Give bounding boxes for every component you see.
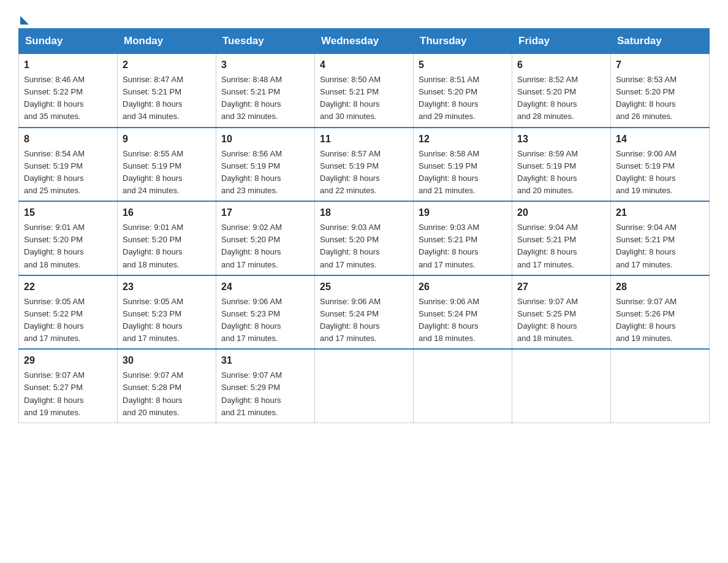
day-info: Sunrise: 9:04 AMSunset: 5:21 PMDaylight:… [517,221,605,271]
day-number: 20 [517,205,605,220]
day-number: 21 [616,205,704,220]
weekday-header-tuesday: Tuesday [216,29,315,54]
day-number: 14 [616,132,704,147]
calendar-cell: 11Sunrise: 8:57 AMSunset: 5:19 PMDayligh… [315,128,414,202]
calendar-cell: 9Sunrise: 8:55 AMSunset: 5:19 PMDaylight… [118,128,216,202]
week-row-3: 15Sunrise: 9:01 AMSunset: 5:20 PMDayligh… [19,201,710,275]
day-number: 1 [24,58,112,72]
calendar-cell: 5Sunrise: 8:51 AMSunset: 5:20 PMDaylight… [414,54,512,128]
weekday-header-friday: Friday [512,29,611,54]
day-info: Sunrise: 8:56 AMSunset: 5:19 PMDaylight:… [221,148,309,197]
day-number: 10 [221,132,309,147]
calendar-cell: 4Sunrise: 8:50 AMSunset: 5:21 PMDaylight… [315,54,414,128]
page-header [18,12,710,22]
day-info: Sunrise: 9:00 AMSunset: 5:19 PMDaylight:… [616,148,704,197]
calendar-cell: 1Sunrise: 8:46 AMSunset: 5:22 PMDaylight… [19,54,118,128]
weekday-header-wednesday: Wednesday [315,29,414,54]
weekday-header-row: SundayMondayTuesdayWednesdayThursdayFrid… [19,29,710,54]
day-number: 12 [419,132,507,147]
day-info: Sunrise: 8:46 AMSunset: 5:22 PMDaylight:… [24,74,112,123]
day-info: Sunrise: 9:01 AMSunset: 5:20 PMDaylight:… [24,221,112,271]
day-info: Sunrise: 9:06 AMSunset: 5:23 PMDaylight:… [221,296,309,345]
day-info: Sunrise: 9:07 AMSunset: 5:27 PMDaylight:… [24,369,112,419]
day-number: 30 [123,353,211,368]
day-info: Sunrise: 9:04 AMSunset: 5:21 PMDaylight:… [616,221,704,271]
day-number: 16 [123,205,211,220]
calendar-cell: 6Sunrise: 8:52 AMSunset: 5:20 PMDaylight… [512,54,611,128]
day-info: Sunrise: 9:07 AMSunset: 5:29 PMDaylight:… [221,369,309,419]
calendar-cell: 19Sunrise: 9:03 AMSunset: 5:21 PMDayligh… [414,201,512,275]
calendar-cell: 30Sunrise: 9:07 AMSunset: 5:28 PMDayligh… [118,349,216,423]
logo [18,12,29,22]
weekday-header-saturday: Saturday [611,29,710,54]
calendar-cell [512,349,611,423]
week-row-2: 8Sunrise: 8:54 AMSunset: 5:19 PMDaylight… [19,128,710,202]
weekday-header-thursday: Thursday [414,29,512,54]
day-info: Sunrise: 9:03 AMSunset: 5:20 PMDaylight:… [320,221,408,271]
day-number: 4 [320,58,408,72]
calendar-cell: 20Sunrise: 9:04 AMSunset: 5:21 PMDayligh… [512,201,611,275]
calendar-cell: 24Sunrise: 9:06 AMSunset: 5:23 PMDayligh… [216,275,315,350]
calendar-cell: 25Sunrise: 9:06 AMSunset: 5:24 PMDayligh… [315,275,414,350]
day-info: Sunrise: 8:52 AMSunset: 5:20 PMDaylight:… [517,74,605,123]
week-row-5: 29Sunrise: 9:07 AMSunset: 5:27 PMDayligh… [19,349,710,423]
day-info: Sunrise: 9:06 AMSunset: 5:24 PMDaylight:… [419,296,507,345]
calendar-cell: 17Sunrise: 9:02 AMSunset: 5:20 PMDayligh… [216,201,315,275]
calendar-cell: 21Sunrise: 9:04 AMSunset: 5:21 PMDayligh… [611,201,710,275]
day-number: 3 [221,58,309,72]
day-number: 26 [419,280,507,294]
calendar-table: SundayMondayTuesdayWednesdayThursdayFrid… [18,28,710,423]
day-info: Sunrise: 9:02 AMSunset: 5:20 PMDaylight:… [221,221,309,271]
calendar-cell [414,349,512,423]
day-number: 13 [517,132,605,147]
day-number: 19 [419,205,507,220]
day-number: 8 [24,132,112,147]
calendar-cell: 31Sunrise: 9:07 AMSunset: 5:29 PMDayligh… [216,349,315,423]
day-number: 29 [24,353,112,368]
day-number: 31 [221,353,309,368]
calendar-cell: 16Sunrise: 9:01 AMSunset: 5:20 PMDayligh… [118,201,216,275]
calendar-cell: 26Sunrise: 9:06 AMSunset: 5:24 PMDayligh… [414,275,512,350]
day-number: 28 [616,280,704,294]
day-number: 18 [320,205,408,220]
week-row-1: 1Sunrise: 8:46 AMSunset: 5:22 PMDaylight… [19,54,710,128]
day-info: Sunrise: 9:03 AMSunset: 5:21 PMDaylight:… [419,221,507,271]
calendar-cell: 18Sunrise: 9:03 AMSunset: 5:20 PMDayligh… [315,201,414,275]
day-info: Sunrise: 8:58 AMSunset: 5:19 PMDaylight:… [419,148,507,197]
day-number: 15 [24,205,112,220]
day-number: 23 [123,280,211,294]
calendar-cell: 8Sunrise: 8:54 AMSunset: 5:19 PMDaylight… [19,128,118,202]
calendar-cell: 27Sunrise: 9:07 AMSunset: 5:25 PMDayligh… [512,275,611,350]
day-number: 25 [320,280,408,294]
day-info: Sunrise: 9:07 AMSunset: 5:28 PMDaylight:… [123,369,211,419]
calendar-cell: 15Sunrise: 9:01 AMSunset: 5:20 PMDayligh… [19,201,118,275]
day-info: Sunrise: 8:51 AMSunset: 5:20 PMDaylight:… [419,74,507,123]
day-number: 24 [221,280,309,294]
day-number: 11 [320,132,408,147]
calendar-cell: 14Sunrise: 9:00 AMSunset: 5:19 PMDayligh… [611,128,710,202]
day-info: Sunrise: 8:48 AMSunset: 5:21 PMDaylight:… [221,74,309,123]
day-info: Sunrise: 8:53 AMSunset: 5:20 PMDaylight:… [616,74,704,123]
day-info: Sunrise: 9:07 AMSunset: 5:26 PMDaylight:… [616,296,704,345]
calendar-cell: 3Sunrise: 8:48 AMSunset: 5:21 PMDaylight… [216,54,315,128]
day-number: 5 [419,58,507,72]
calendar-cell: 7Sunrise: 8:53 AMSunset: 5:20 PMDaylight… [611,54,710,128]
day-number: 2 [123,58,211,72]
day-info: Sunrise: 9:05 AMSunset: 5:22 PMDaylight:… [24,296,112,345]
weekday-header-monday: Monday [118,29,216,54]
calendar-cell: 10Sunrise: 8:56 AMSunset: 5:19 PMDayligh… [216,128,315,202]
calendar-cell: 12Sunrise: 8:58 AMSunset: 5:19 PMDayligh… [414,128,512,202]
day-info: Sunrise: 8:59 AMSunset: 5:19 PMDaylight:… [517,148,605,197]
weekday-header-sunday: Sunday [19,29,118,54]
calendar-cell: 2Sunrise: 8:47 AMSunset: 5:21 PMDaylight… [118,54,216,128]
week-row-4: 22Sunrise: 9:05 AMSunset: 5:22 PMDayligh… [19,275,710,350]
day-info: Sunrise: 9:01 AMSunset: 5:20 PMDaylight:… [123,221,211,271]
day-info: Sunrise: 9:06 AMSunset: 5:24 PMDaylight:… [320,296,408,345]
calendar-cell: 29Sunrise: 9:07 AMSunset: 5:27 PMDayligh… [19,349,118,423]
calendar-cell: 23Sunrise: 9:05 AMSunset: 5:23 PMDayligh… [118,275,216,350]
day-info: Sunrise: 8:54 AMSunset: 5:19 PMDaylight:… [24,148,112,197]
calendar-cell: 28Sunrise: 9:07 AMSunset: 5:26 PMDayligh… [611,275,710,350]
day-number: 7 [616,58,704,72]
day-number: 17 [221,205,309,220]
day-info: Sunrise: 9:07 AMSunset: 5:25 PMDaylight:… [517,296,605,345]
